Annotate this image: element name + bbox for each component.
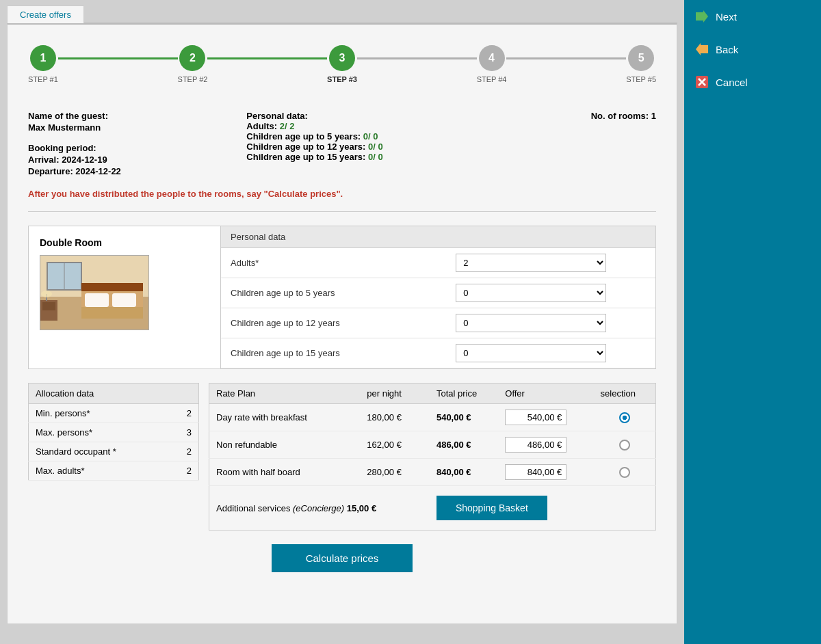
guest-info: Name of the guest: Max Mustermann Bookin… (28, 111, 656, 176)
col-per-night: per night (360, 384, 430, 404)
card-tab: Create offers (7, 7, 677, 23)
alloc-label-3: Standard occupant * (29, 442, 170, 461)
alloc-label-1: Min. persons* (29, 404, 170, 423)
calculate-prices-button[interactable]: Calculate prices (272, 544, 413, 572)
children5-select[interactable]: 0 1 2 3 (456, 284, 606, 302)
arrival-value: Arrival: 2024-12-19 (28, 155, 219, 165)
offer-input-1[interactable] (505, 410, 566, 425)
children12-info: Children age up to 12 years: 0/ 0 (246, 142, 437, 152)
alloc-value-1: 2 (170, 404, 199, 423)
rate-name-3: Room with half board (209, 459, 361, 486)
step-3-circle: 3 (329, 45, 355, 71)
rate-per-night-3: 280,00 € (360, 459, 430, 486)
rate-row-3: Room with half board 280,00 € 840,00 € (209, 459, 656, 486)
adults-row: Adults* 1 2 3 (221, 248, 655, 278)
adults-value: 2/ 2 (280, 121, 295, 131)
col-offer: Offer (498, 384, 593, 404)
step-4-label: STEP #4 (477, 75, 507, 83)
alert-text: After you have distributed the people to… (28, 189, 656, 199)
svg-rect-8 (112, 293, 136, 307)
radio-unselected-3[interactable] (619, 467, 630, 478)
step-1-circle: 1 (30, 45, 56, 71)
svg-point-13 (41, 291, 52, 297)
cancel-icon (695, 75, 709, 89)
additional-services-row: Additional services (eConcierge) 15,00 €… (209, 486, 656, 531)
bottom-section: Allocation data Min. persons* 2 Max. per… (28, 383, 656, 531)
next-button[interactable]: Next (684, 0, 821, 33)
personal-data-col: Personal data: Adults: 2/ 2 Children age… (246, 111, 437, 176)
radio-selected-1[interactable] (619, 412, 630, 423)
personal-data-section-header: Personal data (221, 226, 655, 248)
adults-field-label: Adults* (221, 248, 446, 278)
room-image (40, 255, 149, 330)
room-left: Double Room (29, 226, 220, 368)
rate-selection-1[interactable] (594, 404, 656, 431)
svg-rect-9 (81, 307, 143, 319)
rate-name-2: Non refundable (209, 431, 361, 459)
step-5-circle: 5 (628, 45, 654, 71)
step-4: 4 STEP #4 (477, 45, 507, 83)
alloc-value-2: 3 (170, 423, 199, 442)
booking-period-label: Booking period: (28, 143, 219, 153)
rate-offer-2 (498, 431, 593, 459)
cancel-button[interactable]: Cancel (684, 66, 821, 98)
offer-input-2[interactable] (505, 437, 566, 453)
next-label: Next (716, 11, 737, 23)
children12-field-label: Children age up to 12 years (221, 308, 446, 338)
guest-name-col: Name of the guest: Max Mustermann Bookin… (28, 111, 219, 176)
alloc-label-4: Max. adults* (29, 461, 170, 481)
children15-value: 0/ 0 (368, 152, 383, 162)
adults-label: Adults: (246, 121, 277, 131)
children12-select[interactable]: 0 1 2 3 (456, 314, 606, 332)
rate-row-1: Day rate with breakfast 180,00 € 540,00 … (209, 404, 656, 431)
back-icon (695, 42, 709, 56)
col-selection: selection (594, 384, 656, 404)
col-total-price: Total price (430, 384, 498, 404)
rate-offer-3 (498, 459, 593, 486)
svg-rect-7 (85, 293, 109, 307)
children15-label: Children age up to 15 years: (246, 152, 365, 162)
children15-row: Children age up to 15 years 0 1 2 3 (221, 338, 655, 368)
back-button[interactable]: Back (684, 33, 821, 66)
children15-info: Children age up to 15 years: 0/ 0 (246, 152, 437, 162)
children5-info: Children age up to 5 years: 0/ 0 (246, 131, 437, 142)
rate-row-2: Non refundable 162,00 € 486,00 € (209, 431, 656, 459)
rooms-label: No. of rooms: 1 (591, 111, 656, 121)
shopping-basket-button[interactable]: Shopping Basket (436, 496, 547, 520)
svg-rect-11 (42, 302, 55, 310)
children15-field-label: Children age up to 15 years (221, 338, 446, 368)
back-label: Back (716, 44, 738, 55)
next-icon (695, 10, 709, 23)
rate-total-2: 486,00 € (430, 431, 498, 459)
children12-label: Children age up to 12 years: (246, 142, 365, 152)
step-4-circle: 4 (479, 45, 505, 71)
room-name: Double Room (40, 237, 209, 248)
alloc-row-2: Max. persons* 3 (29, 423, 199, 442)
offer-input-3[interactable] (505, 464, 566, 480)
stepper: 1 STEP #1 2 STEP #2 3 STEP #3 (28, 38, 656, 90)
room-section: Double Room (28, 226, 656, 369)
rate-selection-2[interactable] (594, 431, 656, 459)
personal-data-form: Adults* 1 2 3 Children (221, 248, 655, 368)
children15-select[interactable]: 0 1 2 3 (456, 344, 606, 362)
adults-info: Adults: 2/ 2 (246, 121, 437, 131)
radio-unselected-2[interactable] (619, 440, 630, 451)
allocation-table: Allocation data Min. persons* 2 Max. per… (28, 383, 199, 481)
rate-total-1: 540,00 € (430, 404, 498, 431)
svg-marker-15 (696, 43, 708, 55)
divider (28, 211, 656, 212)
svg-rect-5 (81, 283, 143, 291)
rate-offer-1 (498, 404, 593, 431)
alloc-label-2: Max. persons* (29, 423, 170, 442)
rooms-info: No. of rooms: 1 (465, 111, 656, 176)
alloc-row-3: Standard occupant * 2 (29, 442, 199, 461)
rate-selection-3[interactable] (594, 459, 656, 486)
rate-per-night-1: 180,00 € (360, 404, 430, 431)
alloc-value-4: 2 (170, 461, 199, 481)
adults-select[interactable]: 1 2 3 (456, 254, 606, 272)
alloc-row-1: Min. persons* 2 (29, 404, 199, 423)
children12-value: 0/ 0 (368, 142, 383, 152)
shopping-basket-cell: Shopping Basket (430, 486, 656, 531)
children5-row: Children age up to 5 years 0 1 2 3 (221, 278, 655, 308)
step-3-label: STEP #3 (327, 75, 357, 83)
